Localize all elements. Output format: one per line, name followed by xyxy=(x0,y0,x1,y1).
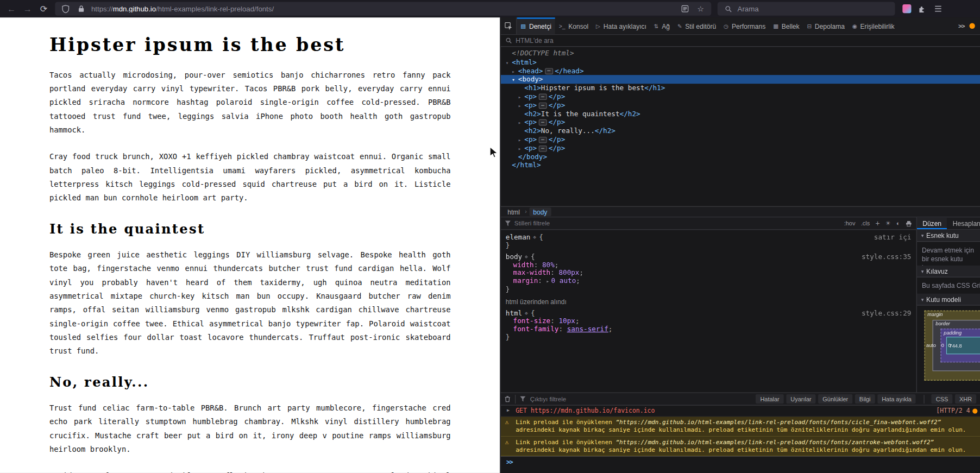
rule-selector[interactable]: body xyxy=(506,253,522,261)
selector-highlighter-icon[interactable]: ⌖ xyxy=(533,234,536,241)
extensions-puzzle-icon[interactable] xyxy=(916,3,928,15)
rule-source-link[interactable]: satır içi xyxy=(874,234,912,241)
expand-arrow-icon[interactable]: ▸ xyxy=(518,145,525,154)
expand-arrow-icon[interactable]: ▾ xyxy=(506,59,512,67)
expand-arrow-icon[interactable]: ▸ xyxy=(518,93,525,102)
grid-section-header[interactable]: ▾ Kılavuz xyxy=(917,266,980,278)
padding-left-value[interactable]: 0 xyxy=(948,343,951,348)
selector-highlighter-icon[interactable]: ⌖ xyxy=(525,254,528,261)
console-filter-button[interactable]: Bilgi xyxy=(855,394,875,403)
box-model-padding[interactable]: padding 744.8 xyxy=(941,329,980,362)
tab-accessibility[interactable]: ◉Erişilebilirlik xyxy=(849,17,899,34)
boxmodel-section-header[interactable]: ▾ Kutu modeli xyxy=(917,294,980,306)
markup-node[interactable]: ▾<body> xyxy=(501,75,980,84)
markup-node[interactable]: </html> xyxy=(501,161,980,170)
markup-node[interactable]: </body> xyxy=(501,153,980,161)
markup-node[interactable]: ▸<p>⋯</p> xyxy=(501,92,980,101)
collapsed-ellipsis-icon[interactable]: ⋯ xyxy=(539,137,547,143)
dark-scheme-sim-icon[interactable]: ◐ xyxy=(896,220,900,227)
markup-node[interactable]: <h2>It is the quaintest</h2> xyxy=(501,110,980,118)
box-model-border[interactable]: border padding 744.8 xyxy=(933,320,980,371)
expand-arrow-icon[interactable]: ▸ xyxy=(512,67,518,76)
console-network-message[interactable]: ▶GET https://mdn.github.io/favicon.ico[H… xyxy=(501,406,980,417)
console-warning-message[interactable]: ⚠Link preload ile önyüklenen “https://md… xyxy=(501,437,980,456)
search-bar[interactable]: Arama xyxy=(718,2,895,15)
disclosure-icon[interactable]: ▶ xyxy=(507,408,510,413)
rule-source-link[interactable]: style.css:35 xyxy=(862,254,911,261)
add-rule-button[interactable]: + xyxy=(876,219,880,228)
css-declaration[interactable]: font-size: 10px; xyxy=(506,318,916,325)
margin-left-value[interactable]: auto xyxy=(926,343,936,348)
console-warning-message[interactable]: ⚠Link preload ile önyüklenen “https://md… xyxy=(501,417,980,436)
notification-badge[interactable] xyxy=(969,23,975,29)
console-filter-placeholder[interactable]: Çıktıyı filtrele xyxy=(530,395,566,402)
tab-performance[interactable]: ◷Performans xyxy=(720,17,769,34)
markup-node[interactable]: ▸<p>⋯</p> xyxy=(501,118,980,127)
app-menu-icon[interactable] xyxy=(933,3,944,15)
print-sim-icon[interactable] xyxy=(906,220,912,227)
console-filter-button[interactable]: Günlükler xyxy=(818,394,852,403)
rule-selector[interactable]: html xyxy=(506,309,522,317)
breadcrumb-item[interactable]: body xyxy=(529,207,551,216)
tab-memory[interactable]: ▦Bellek xyxy=(769,17,803,34)
css-declaration[interactable]: font-family: sans-serif; xyxy=(506,325,916,333)
collapsed-ellipsis-icon[interactable]: ⋯ xyxy=(539,94,547,100)
rules-filter-placeholder[interactable]: Stilleri filtrele xyxy=(514,220,550,227)
markup-node[interactable]: <h2>No, really...</h2> xyxy=(501,127,980,136)
tracking-protection-shield-icon[interactable] xyxy=(60,3,71,15)
tab-storage[interactable]: ⊟Depolama xyxy=(803,17,849,34)
tab-debugger[interactable]: ▷Hata ayıklayıcı xyxy=(592,17,650,34)
box-model-content[interactable]: 744.8 xyxy=(946,337,980,354)
expand-arrow-icon[interactable]: ▾ xyxy=(512,76,518,85)
console-filter-button[interactable]: Hatalar xyxy=(756,394,783,403)
light-scheme-sim-icon[interactable]: ☀ xyxy=(885,220,891,227)
expand-arrow-icon[interactable]: ▸ xyxy=(518,102,525,110)
console-filter-button[interactable]: Hata ayıkla xyxy=(877,394,916,403)
css-declaration[interactable]: width: 80%; xyxy=(506,262,916,269)
flexbox-section-header[interactable]: ▾ Esnek kutu xyxy=(917,230,980,242)
collapsed-ellipsis-icon[interactable]: ⋯ xyxy=(539,146,547,152)
breadcrumb-item[interactable]: html xyxy=(505,208,523,216)
url-bar[interactable]: https://mdn.github.io/html-examples/link… xyxy=(55,2,711,15)
markup-node[interactable]: ▸<p>⋯</p> xyxy=(501,101,980,110)
sidebar-tab-düzen[interactable]: Düzen xyxy=(917,217,947,229)
forward-button[interactable]: → xyxy=(20,2,35,15)
extension-icon[interactable] xyxy=(902,4,911,13)
rule-selector[interactable]: eleman xyxy=(506,233,531,241)
markup-node[interactable]: ▸<head>⋯</head> xyxy=(501,67,980,75)
expand-arrow-icon[interactable]: ▸ xyxy=(518,119,525,128)
console-filter-button[interactable]: Uyarılar xyxy=(786,394,815,403)
tab-inspector[interactable]: ▤Denetçi xyxy=(517,17,555,34)
reader-mode-icon[interactable] xyxy=(680,3,691,15)
expand-computed-icon[interactable]: ▸ xyxy=(546,279,550,284)
tab-style-editor[interactable]: ✎Stil editörü xyxy=(674,17,720,34)
markup-node[interactable]: <!DOCTYPE html> xyxy=(501,49,980,58)
rule-source-link[interactable]: style.css:29 xyxy=(862,310,911,317)
back-button[interactable]: ← xyxy=(4,2,19,15)
tab-network[interactable]: ⇅Ağ xyxy=(650,17,674,34)
console-input-row[interactable]: >> xyxy=(501,456,980,468)
markup-node[interactable]: <h1>Hipster ipsum is the best</h1> xyxy=(501,84,980,92)
selector-highlighter-icon[interactable]: ⌖ xyxy=(525,310,528,317)
collapsed-ellipsis-icon[interactable]: ⋯ xyxy=(539,119,547,126)
markup-node[interactable]: ▸<p>⋯</p> xyxy=(501,144,980,153)
more-tabs-button[interactable]: >> xyxy=(954,22,968,29)
lock-icon[interactable] xyxy=(76,3,87,15)
console-filter-button[interactable]: CSS xyxy=(932,394,953,403)
sidebar-tab-hesaplanmış[interactable]: Hesaplanmış xyxy=(947,217,980,229)
collapsed-ellipsis-icon[interactable]: ⋯ xyxy=(539,102,547,109)
css-declaration[interactable]: margin: ▸0 auto; xyxy=(506,278,916,286)
css-declaration[interactable]: max-width: 800px; xyxy=(506,269,916,277)
pick-element-button[interactable] xyxy=(501,17,517,34)
class-toggle-button[interactable]: .cls xyxy=(861,220,870,227)
expand-arrow-icon[interactable]: ▸ xyxy=(518,136,525,145)
console-filter-button[interactable]: XHR xyxy=(955,394,976,403)
reload-button[interactable]: ⟳ xyxy=(36,2,52,15)
tab-console[interactable]: >_Konsol xyxy=(555,17,592,34)
collapsed-ellipsis-icon[interactable]: ⋯ xyxy=(545,68,553,74)
markup-node[interactable]: ▾<html> xyxy=(501,58,980,67)
pseudo-class-button[interactable]: :hov xyxy=(844,220,856,227)
bookmark-star-icon[interactable]: ☆ xyxy=(695,3,706,15)
clear-console-button[interactable] xyxy=(504,395,511,402)
border-left-value[interactable]: 0 xyxy=(941,343,944,348)
